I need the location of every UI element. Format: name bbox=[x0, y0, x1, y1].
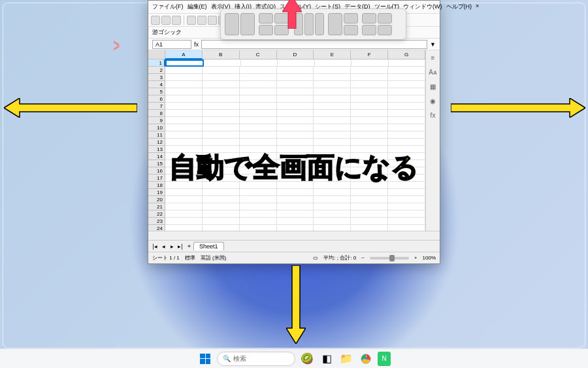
row-header[interactable]: 24 bbox=[148, 225, 165, 231]
row-headers: 1234567891011121314151617181920212223242… bbox=[148, 59, 165, 231]
status-selection-mode-icon[interactable]: ▭ bbox=[313, 255, 318, 261]
tab-add-icon[interactable]: ＋ bbox=[185, 242, 193, 250]
copy-icon[interactable] bbox=[208, 16, 217, 25]
sidebar-icon[interactable]: ≡ bbox=[428, 53, 438, 63]
taskbar-app-2[interactable]: ◧ bbox=[319, 352, 335, 366]
sidebar-icon[interactable]: ▦ bbox=[428, 82, 438, 92]
grid-area: ABCDEFG 12345678910111213141516171819202… bbox=[148, 50, 440, 231]
tab-next-icon[interactable]: ▸ bbox=[168, 243, 176, 250]
snap-layout-thirds[interactable] bbox=[294, 13, 324, 35]
search-icon: 🔍 bbox=[223, 355, 231, 362]
taskbar-app-1[interactable]: 🥝 bbox=[299, 352, 315, 366]
row-header[interactable]: 21 bbox=[148, 203, 165, 210]
column-headers: ABCDEFG bbox=[165, 50, 425, 59]
row-header[interactable]: 15 bbox=[148, 160, 165, 167]
name-box[interactable] bbox=[152, 40, 191, 49]
print-icon[interactable] bbox=[187, 16, 196, 25]
row-header[interactable]: 3 bbox=[148, 74, 165, 81]
tab-first-icon[interactable]: |◂ bbox=[151, 243, 159, 250]
row-header[interactable]: 9 bbox=[148, 117, 165, 124]
column-header[interactable]: A bbox=[165, 50, 203, 59]
taskbar-explorer[interactable]: 📁 bbox=[338, 352, 354, 366]
row-header[interactable]: 17 bbox=[148, 175, 165, 182]
column-header[interactable]: D bbox=[277, 50, 314, 59]
close-icon[interactable]: × bbox=[474, 2, 480, 12]
statusbar: シート 1 / 1 標準 英語 (米国) ▭ 平均: ; 合計: 0 − + 1… bbox=[148, 252, 440, 263]
row-header[interactable]: 19 bbox=[148, 189, 165, 196]
taskbar: 🔍検索 🥝 ◧ 📁 N bbox=[0, 348, 588, 368]
save-icon[interactable] bbox=[172, 16, 181, 25]
snap-layout-grid[interactable] bbox=[362, 13, 393, 35]
row-header[interactable]: 16 bbox=[148, 167, 165, 175]
row-header[interactable]: 23 bbox=[148, 218, 165, 225]
row-header[interactable]: 14 bbox=[148, 153, 165, 160]
snap-layout-half[interactable] bbox=[225, 13, 255, 35]
row-header[interactable]: 6 bbox=[148, 95, 165, 103]
menu-window[interactable]: ウィンドウ(W) bbox=[402, 2, 444, 12]
taskbar-app-3[interactable]: N bbox=[378, 352, 391, 366]
sidebar-icon[interactable]: fx bbox=[428, 110, 438, 121]
menu-file[interactable]: ファイル(F) bbox=[151, 2, 185, 12]
row-header[interactable]: 8 bbox=[148, 110, 165, 117]
zoom-slider[interactable] bbox=[370, 257, 409, 259]
zoom-out-icon[interactable]: − bbox=[361, 255, 365, 261]
taskbar-chrome[interactable] bbox=[358, 352, 374, 366]
spreadsheet-window: ファイル(F) 編集(E) 表示(V) 挿入(I) 書式(O) スタイル(Y) … bbox=[148, 0, 440, 264]
column-header[interactable]: C bbox=[240, 50, 277, 59]
row-header[interactable]: 1 bbox=[148, 59, 165, 67]
row-header[interactable]: 18 bbox=[148, 182, 165, 189]
formula-bar[interactable] bbox=[201, 40, 427, 49]
row-header[interactable]: 5 bbox=[148, 88, 165, 95]
status-sheet-position: シート 1 / 1 bbox=[152, 254, 180, 261]
side-panel: ≡Aᴀ▦◉fx bbox=[425, 50, 440, 231]
row-header[interactable]: 20 bbox=[148, 196, 165, 203]
tab-prev-icon[interactable]: ◂ bbox=[159, 243, 167, 250]
tab-last-icon[interactable]: ▸| bbox=[176, 243, 184, 250]
column-header[interactable]: G bbox=[388, 50, 425, 59]
row-header[interactable]: 2 bbox=[148, 67, 165, 74]
menu-edit[interactable]: 編集(E) bbox=[186, 2, 208, 12]
row-header[interactable]: 10 bbox=[148, 124, 165, 131]
horizontal-scrollbar[interactable] bbox=[148, 231, 440, 240]
row-header[interactable]: 13 bbox=[148, 146, 165, 153]
row-header[interactable]: 12 bbox=[148, 139, 165, 146]
menu-help[interactable]: ヘルプ(H) bbox=[445, 2, 474, 12]
status-language: 英語 (米国) bbox=[201, 254, 227, 261]
sidebar-icon[interactable]: ◉ bbox=[428, 96, 438, 107]
cells[interactable] bbox=[165, 59, 425, 231]
status-stats: 平均: ; 合計: 0 bbox=[323, 254, 356, 261]
snap-layout-left-stack[interactable] bbox=[328, 13, 358, 35]
open-icon[interactable] bbox=[161, 16, 171, 25]
zoom-in-icon[interactable]: + bbox=[414, 255, 417, 261]
start-button[interactable] bbox=[197, 352, 213, 366]
formula-dropdown-icon[interactable]: ▼ bbox=[430, 41, 436, 48]
snap-layout-quad[interactable] bbox=[259, 13, 290, 35]
spreadsheet-grid[interactable]: ABCDEFG 12345678910111213141516171819202… bbox=[148, 50, 425, 231]
sidebar-icon[interactable]: Aᴀ bbox=[428, 67, 438, 78]
row-header[interactable]: 22 bbox=[148, 210, 165, 218]
cut-icon[interactable] bbox=[197, 16, 206, 25]
sheet-tab[interactable]: Sheet1 bbox=[193, 242, 224, 250]
font-name[interactable]: 游ゴシック bbox=[152, 28, 182, 37]
row-header[interactable]: 7 bbox=[148, 103, 165, 110]
new-icon[interactable] bbox=[151, 16, 160, 25]
select-all-corner[interactable] bbox=[148, 50, 165, 59]
snap-layout-flyout bbox=[220, 8, 406, 40]
taskbar-search[interactable]: 🔍検索 bbox=[217, 352, 295, 366]
zoom-level[interactable]: 100% bbox=[423, 255, 436, 261]
namebox-row: fx ▼ bbox=[148, 39, 440, 50]
column-header[interactable]: E bbox=[314, 50, 351, 59]
column-header[interactable]: B bbox=[203, 50, 240, 59]
sheet-tab-bar: |◂ ◂ ▸ ▸| ＋ Sheet1 bbox=[148, 240, 440, 252]
row-header[interactable]: 11 bbox=[148, 131, 165, 139]
column-header[interactable]: F bbox=[351, 50, 388, 59]
row-header[interactable]: 4 bbox=[148, 81, 165, 88]
status-style: 標準 bbox=[185, 254, 195, 261]
search-placeholder: 検索 bbox=[233, 354, 246, 363]
decorative-caret: > bbox=[113, 35, 120, 56]
fx-icon[interactable]: fx bbox=[194, 41, 199, 48]
